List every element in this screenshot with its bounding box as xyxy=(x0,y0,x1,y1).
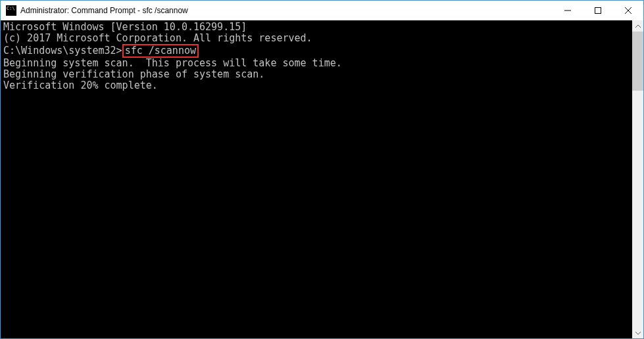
cmd-icon xyxy=(6,5,16,16)
minimize-icon xyxy=(564,7,571,14)
vertical-scrollbar[interactable] xyxy=(632,20,643,338)
scroll-track[interactable] xyxy=(632,32,643,327)
window-title: Administrator: Command Prompt - sfc /sca… xyxy=(20,6,553,15)
close-icon xyxy=(625,7,632,14)
output-line: (c) 2017 Microsoft Corporation. All righ… xyxy=(3,33,632,44)
maximize-icon xyxy=(595,7,601,14)
output-line: Microsoft Windows [Version 10.0.16299.15… xyxy=(3,22,632,33)
scroll-up-button[interactable] xyxy=(632,20,643,32)
output-line: Beginning verification phase of system s… xyxy=(3,69,632,80)
prompt-path: C:\Windows\system32> xyxy=(3,45,122,56)
close-button[interactable] xyxy=(613,1,643,20)
command-highlight: sfc /scannow xyxy=(122,44,199,58)
command-prompt-window: Administrator: Command Prompt - sfc /sca… xyxy=(0,0,644,339)
prompt-line: C:\Windows\system32>sfc /scannow xyxy=(3,44,632,58)
output-line: Beginning system scan. This process will… xyxy=(3,58,632,69)
terminal-output[interactable]: Microsoft Windows [Version 10.0.16299.15… xyxy=(1,20,632,338)
window-controls xyxy=(553,1,643,20)
chevron-down-icon xyxy=(635,330,641,336)
scroll-down-button[interactable] xyxy=(632,327,643,338)
content-area: Microsoft Windows [Version 10.0.16299.15… xyxy=(1,20,643,338)
output-line: Verification 20% complete. xyxy=(3,80,632,91)
titlebar[interactable]: Administrator: Command Prompt - sfc /sca… xyxy=(1,1,643,20)
minimize-button[interactable] xyxy=(553,1,583,20)
scroll-thumb[interactable] xyxy=(632,32,643,91)
svg-rect-1 xyxy=(595,8,601,14)
maximize-button[interactable] xyxy=(583,1,613,20)
chevron-up-icon xyxy=(635,24,641,29)
